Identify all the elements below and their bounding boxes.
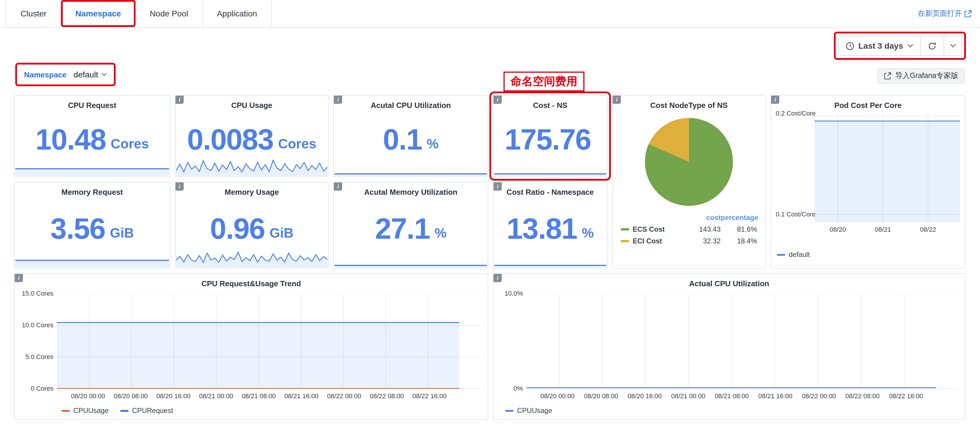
stat-number: 10.48 [35,125,106,154]
x-axis: 08/20 08/21 08/22 [815,226,960,234]
sparkline [176,151,328,176]
sparkline [15,168,169,176]
pie-table-header-percentage: percentage [721,214,757,222]
legend-item-cpuusage[interactable]: CPUUsage [62,406,108,415]
external-link-icon [964,10,972,17]
pie-legend-row-eci[interactable]: ECI Cost 32.32 18.4% [621,235,757,247]
x-tick-label: 08/21 00:00 [671,392,705,399]
stat-panel-cost-ns: i Cost - NS 175.76 [493,95,608,177]
y-tick-label: 0.2 Cost/Core [776,110,816,117]
actual-cpu-plot[interactable] [527,294,958,389]
pie-table-header-cost: cost [687,214,721,222]
panel-title: Memory Usage [175,183,328,197]
x-tick-label: 08/22 16:00 [412,392,447,399]
refresh-interval-dropdown[interactable] [944,36,962,56]
x-tick-label: 08/20 08:00 [584,392,618,399]
legend-label: default [789,251,810,259]
tab-cluster[interactable]: Cluster [6,0,61,27]
info-icon[interactable]: i [175,183,184,190]
x-tick-label: 08/22 [920,226,936,233]
namespace-filter-label: Namespace [24,70,67,79]
time-picker-annotation-box: Last 3 days [834,32,966,60]
info-icon[interactable]: i [15,274,23,282]
info-icon[interactable]: i [334,183,342,190]
chevron-down-icon [907,44,913,48]
info-icon[interactable]: i [612,95,621,104]
info-icon[interactable]: i [493,274,502,282]
pod-cost-plot[interactable] [815,113,960,222]
x-tick-label: 08/22 00:00 [327,392,361,399]
namespace-select[interactable]: default [74,70,107,79]
x-tick-label: 08/21 [875,226,891,233]
chart-legend: CPUUsage [505,406,552,415]
stat-unit: % [582,225,594,241]
stat-unit: % [426,136,439,152]
cpu-trend-plot[interactable] [57,294,480,389]
stat-unit: GiB [110,225,134,241]
x-tick-label: 08/20 00:00 [541,392,574,399]
stat-value: 0.1% [334,110,488,176]
x-tick-label: 08/20 [830,226,846,233]
x-tick-label: 08/22 16:00 [889,392,923,399]
pie-legend-table: cost percentage ECS Cost 143.43 81.6% EC… [612,212,765,247]
y-tick-label: 10.0% [496,290,523,297]
stat-panel-cpu-usage: i CPU Usage 0.0083Cores [175,95,329,177]
viewport: Cluster Namespace Node Pool Application … [0,0,980,427]
stat-panel-actual-memory-utilization: i Acutal Memory Utilization 27.1% [333,182,488,269]
open-in-new-page-link[interactable]: 在新页面打开 [918,9,972,19]
y-tick-label: 5.0 Cores [17,353,53,360]
legend-item-default[interactable]: default [777,251,810,259]
x-tick-label: 08/20 16:00 [628,392,662,399]
stat-unit: Cores [111,136,149,152]
legend-swatch [62,410,70,411]
x-tick-label: 08/22 00:00 [802,392,836,399]
stat-value: 10.48Cores [15,110,170,176]
x-tick-label: 08/21 16:00 [758,392,792,399]
x-tick-label: 08/20 08:00 [113,392,148,399]
stat-panel-memory-request: Memory Request 3.56GiB [14,182,170,269]
actual-cpu-utilization-panel: i Actual CPU Utilization 10.0% 0% 08/20 … [493,273,965,420]
legend-label: ECI Cost [633,237,687,245]
legend-cost-value: 143.43 [687,225,721,233]
legend-swatch [120,410,129,411]
panel-title: CPU Request&Usage Trend [15,274,488,288]
panel-title: Cost - NS [493,95,607,110]
info-icon[interactable]: i [493,183,502,190]
tab-application[interactable]: Application [203,0,272,27]
legend-swatch [621,228,629,230]
refresh-icon [928,41,937,50]
info-icon[interactable]: i [771,95,779,104]
time-range-button[interactable]: Last 3 days [838,36,921,56]
stat-value: 27.1% [334,197,488,268]
legend-item-cpuusage[interactable]: CPUUsage [505,406,552,415]
panel-title: Memory Request [15,183,170,197]
panel-grid: CPU Request 10.48Cores i CPU Usage 0.008… [14,95,965,420]
legend-item-cpurequest[interactable]: CPURequest [120,406,173,415]
pie-legend-row-ecs[interactable]: ECS Cost 143.43 81.6% [621,224,757,235]
external-link-icon [884,72,892,80]
panel-title: Cost NodeType of NS [612,95,765,110]
import-grafana-button[interactable]: 导入Grafana专家版 [878,68,965,84]
sparkline [176,243,328,267]
info-icon[interactable]: i [493,95,502,104]
time-picker: Last 3 days [838,36,962,56]
y-tick-label: 0 Cores [17,385,53,392]
refresh-button[interactable] [921,36,944,56]
tab-namespace[interactable]: Namespace [61,0,136,27]
info-icon[interactable]: i [175,95,184,104]
dashboard-page: Cluster Namespace Node Pool Application … [0,0,980,427]
pod-cost-panel: i Pod Cost Per Core 0.2 Cost/Core 0.1 Co… [770,95,965,269]
tab-application-label: Application [217,9,257,18]
namespace-filter-annotation-box: Namespace default [15,63,116,86]
y-tick-label: 10.0 Cores [17,321,53,329]
sparkline [334,264,487,267]
stat-number: 0.1 [383,125,422,154]
info-icon[interactable]: i [334,95,342,104]
y-tick-label: 0.1 Cost/Core [776,211,816,217]
stat-value: 3.56GiB [15,197,170,268]
stat-number: 0.0083 [187,125,274,154]
tab-node-pool[interactable]: Node Pool [135,0,203,27]
x-axis: 08/20 00:0008/20 08:0008/20 16:0008/21 0… [71,392,447,399]
pie-chart[interactable] [645,118,733,206]
legend-percentage-value: 18.4% [721,237,757,245]
